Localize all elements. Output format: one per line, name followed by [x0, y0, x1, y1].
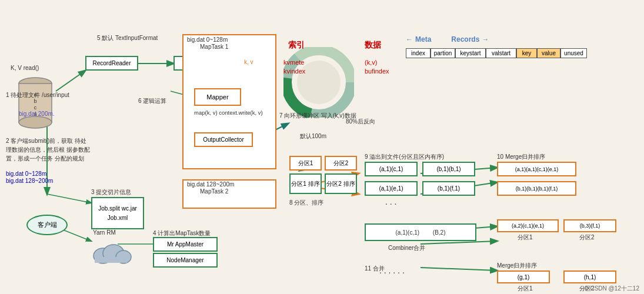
ring-buffer-area [283, 47, 354, 119]
svg-text:c: c [34, 105, 37, 111]
bigdat-file1: big.dat 200m. [19, 111, 55, 117]
svg-point-20 [19, 116, 52, 128]
a1c1-box: (a,1)(c,1) [365, 162, 418, 176]
step7-label: 7 向环形缓冲区 写入(k,v)数据 [279, 112, 356, 120]
partition2-sort-box: 分区2 排序 [325, 173, 357, 194]
combiner-result2-box: (b,3)(f,1) [563, 219, 616, 232]
appmaster-box: Mr AppMaster [153, 237, 218, 252]
index-label: 索引 [288, 40, 305, 51]
bigdat-0128-label: big.dat 0~128m [187, 36, 228, 43]
merge-sort-label: Merge归并排序 [497, 262, 537, 270]
svg-line-13 [47, 194, 91, 203]
step2-label: 2 客户端submit()前，获取 待处理数据的信息，然后根 据参数配置，形成一… [6, 136, 91, 163]
a1e1-box: (a,1)(e,1) [365, 181, 418, 196]
mapper-box: Mapper [194, 88, 241, 106]
step6-label: 6 逻辑运算 [138, 97, 166, 105]
kv-inner-label: k, v [244, 59, 253, 65]
svg-line-16 [421, 241, 497, 244]
final2-box: (h,1) [563, 270, 616, 283]
kvmete-label: kvmete [283, 59, 304, 66]
combiner-result1-box: (a,2)(c,1)(e,1) [497, 219, 559, 232]
file-cylinder: a b c a [18, 76, 53, 129]
value-col: value [537, 48, 560, 58]
index-col: index [406, 48, 431, 58]
final-p1-label: 分区1 [518, 285, 533, 293]
bufindex-label: bufindex [365, 68, 389, 75]
step5-label: 5 默认 TextInputFormat [97, 34, 158, 42]
client-oval: 客户端 [26, 215, 68, 235]
step4-label: 4 计算出MapTask数量 [153, 229, 211, 238]
step10-label: 10 Merge归并排序 [497, 153, 545, 161]
data-label: 数据 [365, 40, 381, 51]
nodemanager-box: NodeManager [153, 253, 218, 268]
partition1-box: 分区1 [289, 156, 322, 171]
b1f1-box: (b,1)(f,1) [422, 181, 475, 196]
valstart-col: valstart [486, 48, 516, 58]
combiner-p2-label: 分区2 [579, 233, 595, 242]
step3-label: 3 提交切片信息 [91, 188, 131, 196]
final1-box: (g,1) [497, 270, 550, 283]
job-split-box: Job.split wc.jar Job.xml [91, 197, 144, 229]
bigdat-128200-label: big.dat 128~200m [187, 181, 234, 188]
maptask2-label: MapTask 2 [200, 188, 228, 195]
combiner-label: Combiner合并 [388, 244, 425, 252]
meta-label-text: Meta [415, 35, 431, 44]
svg-line-17 [421, 268, 497, 270]
outputcollector-box: OutputCollector [194, 132, 253, 147]
dots1: · · · [385, 199, 396, 208]
kv-label: K, V read() [11, 65, 39, 71]
merge1-box: (a,1)(a,1)(c,1)(e,1) [497, 162, 576, 176]
yarn-label: Yarn RM [93, 229, 116, 236]
kvindex-label: kvindex [283, 68, 305, 75]
partition1-sort-box: 分区1 排序 [289, 173, 322, 194]
maptask1-label: MapTask 1 [200, 44, 228, 50]
combiner-inner-label: (a,1)(c,1) (B,2) [395, 229, 445, 236]
cloud-icon [91, 238, 132, 266]
percent80-label: 80%后反向 [346, 118, 375, 126]
recordreader-box: RecordReader [85, 56, 138, 71]
meta-records-table: index partion keystart valstart key valu… [406, 48, 587, 58]
meta-records-header: ← Meta Records → [406, 35, 489, 44]
diagram-container: K, V read() a b c a 1 待处理文件 /user/input … [0, 0, 644, 294]
partition2-box: 分区2 [325, 156, 357, 171]
kv-data-label: (k,v) [365, 59, 377, 66]
footer: © CSDN @12十二12 [584, 285, 639, 293]
bigdat-label2: big.dat 128~200m [6, 178, 53, 184]
svg-rect-28 [95, 257, 127, 263]
b1b1-box: (b,1)(b,1) [422, 162, 475, 176]
mapkv-label: map(k, v) context.write(k, v) [194, 109, 263, 116]
records-label-text: Records [451, 35, 479, 44]
step9-label: 9 溢出到文件(分区且区内有序) [365, 153, 444, 161]
key-col: key [516, 48, 537, 58]
records-arrow-right: → [482, 35, 489, 44]
unused-col: unused [560, 48, 587, 58]
bigdat-label1: big.dat 0~128m [6, 171, 46, 177]
keystart-col: keystart [455, 48, 486, 58]
dots2: · · · · · · [379, 268, 405, 277]
file-info: 1 待处理文件 /user/input [6, 91, 69, 99]
default100m-label: 默认100m [300, 132, 326, 141]
combiner-p1-label: 分区1 [518, 233, 533, 242]
meta-arrow-left: ← [406, 35, 413, 44]
combiner-box: (a,1)(c,1) (B,2) [365, 223, 476, 241]
svg-line-0 [56, 71, 85, 91]
merge2-box: (b,1)(b,1)(b,1)(f,1) [497, 181, 576, 196]
step8-label: 8 分区、排序 [289, 199, 323, 207]
partion-col: partion [431, 48, 455, 58]
